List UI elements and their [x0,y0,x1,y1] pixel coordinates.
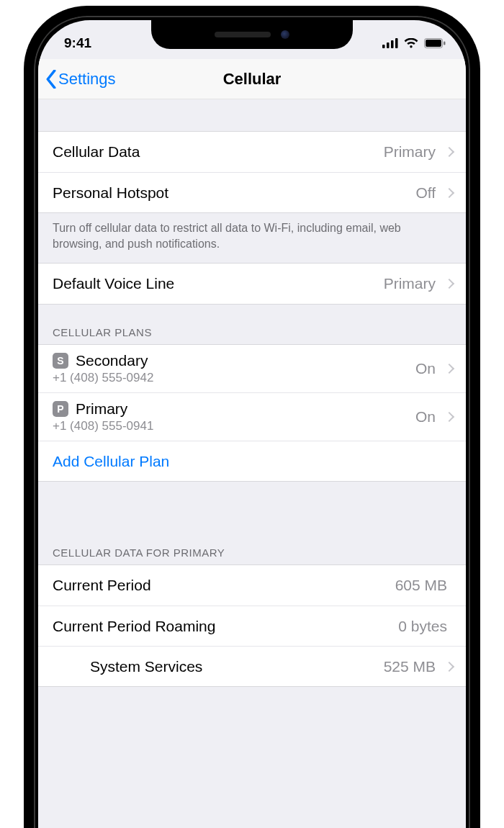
row-plan-primary[interactable]: P Primary +1 (408) 555-0941 On [38,392,466,441]
plan-badge-secondary: S [53,353,68,369]
plan-number-secondary: +1 (408) 555-0942 [53,371,415,385]
cellular-footer-note: Turn off cellular data to restrict all d… [38,213,466,263]
plan-badge-primary: P [53,401,68,417]
row-system-services[interactable]: System Services 525 MB [38,646,466,686]
volume-down-button [24,243,25,294]
volume-up-button [24,183,25,233]
battery-icon [424,38,446,48]
system-services-value: 525 MB [384,658,436,675]
row-add-cellular-plan[interactable]: Add Cellular Plan [38,441,466,481]
plan-name-primary: Primary [76,400,127,418]
svg-rect-5 [426,40,441,47]
roaming-label: Current Period Roaming [53,618,398,635]
navigation-bar: Settings Cellular [38,59,466,99]
plan-name-secondary: Secondary [76,352,148,369]
group-usage: Current Period 605 MB Current Period Roa… [38,564,466,687]
chevron-right-icon [444,412,454,422]
row-plan-secondary[interactable]: S Secondary +1 (408) 555-0942 On [38,345,466,392]
svg-rect-1 [387,42,390,48]
notch [151,20,353,49]
chevron-left-icon [45,70,57,89]
default-voice-value: Primary [384,275,436,292]
row-current-period-roaming: Current Period Roaming 0 bytes [38,606,466,646]
group-cellular-plans: S Secondary +1 (408) 555-0942 On P Prima… [38,344,466,482]
chevron-right-icon [444,364,454,374]
system-services-label: System Services [90,658,384,675]
row-current-period: Current Period 605 MB [38,565,466,606]
plan-number-primary: +1 (408) 555-0941 [53,419,415,433]
chevron-right-icon [444,279,454,289]
roaming-value: 0 bytes [398,618,447,635]
svg-rect-3 [395,38,398,48]
chevron-right-icon [444,147,454,157]
row-default-voice-line[interactable]: Default Voice Line Primary [38,264,466,304]
header-cellular-plans: CELLULAR PLANS [38,305,466,344]
current-period-value: 605 MB [395,577,447,594]
chevron-right-icon [444,662,454,672]
status-time: 9:41 [64,35,91,51]
wifi-icon [404,38,418,48]
cellular-data-label: Cellular Data [53,143,384,161]
power-button [479,189,480,268]
plan-status-primary: On [415,408,436,426]
back-button[interactable]: Settings [45,70,116,89]
back-label: Settings [58,70,116,89]
status-indicators [382,38,446,48]
group-cellular: Cellular Data Primary Personal Hotspot O… [38,131,466,213]
screen: 9:41 [38,20,466,828]
cellular-data-value: Primary [384,143,436,161]
svg-rect-0 [382,45,385,48]
row-personal-hotspot[interactable]: Personal Hotspot Off [38,172,466,212]
cellular-signal-icon [382,38,398,48]
front-camera [281,30,289,39]
personal-hotspot-label: Personal Hotspot [53,184,415,202]
mute-switch [24,138,25,166]
phone-frame: 9:41 [24,6,480,828]
earpiece-speaker [215,32,271,37]
svg-rect-6 [444,42,446,45]
header-cellular-data-usage: CELLULAR DATA FOR PRIMARY [38,482,466,564]
personal-hotspot-value: Off [415,184,436,202]
svg-rect-2 [391,40,394,48]
add-plan-label: Add Cellular Plan [53,453,453,470]
row-cellular-data[interactable]: Cellular Data Primary [38,132,466,172]
plan-status-secondary: On [415,360,436,377]
current-period-label: Current Period [53,577,395,594]
default-voice-label: Default Voice Line [53,275,384,292]
chevron-right-icon [444,187,454,197]
group-default-voice: Default Voice Line Primary [38,263,466,305]
